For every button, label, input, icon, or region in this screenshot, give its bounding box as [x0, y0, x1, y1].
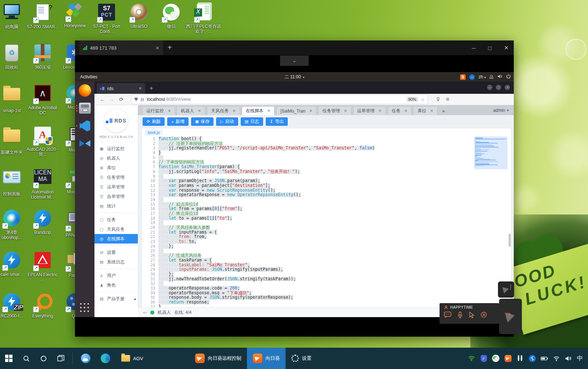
close-tab-icon[interactable]: ✕ — [430, 109, 433, 113]
activities-button[interactable]: Activities — [75, 74, 97, 79]
wifi-icon[interactable] — [468, 355, 475, 362]
network-icon[interactable]: 品 — [490, 74, 494, 80]
minimize-button[interactable]: ─ — [472, 45, 476, 51]
close-button[interactable]: ✕ — [504, 45, 509, 51]
battery-icon[interactable] — [541, 355, 548, 362]
window-buttons[interactable]: ─□✕ — [487, 85, 510, 90]
desktop-icon-6[interactable]: X↗西门子PLC寄存器双字、... — [186, 3, 221, 34]
sidebar-item-机器人[interactable]: ◎机器人 — [94, 153, 138, 163]
sidebar-item-系统日志[interactable]: ▤系统日志 — [94, 257, 138, 267]
sunlogin-mini-panel[interactable] — [498, 281, 514, 298]
pocket-icon[interactable]: ⊽ — [433, 96, 443, 102]
collapse-status-icon[interactable]: ⇐ — [143, 310, 147, 315]
cortana-button[interactable] — [35, 348, 52, 369]
rds-tab-任务[interactable]: 任务✕ — [388, 106, 412, 115]
desktop-icon-19[interactable]: ↗第4章 oboshop... — [0, 209, 28, 240]
rds-tab-[SaiMo_Tran[interactable]: [SaiMo_Tran✕ — [276, 106, 316, 115]
desktop-icon-22[interactable]: ↗cale.smar... — [0, 251, 28, 277]
close-tab-icon[interactable]: ✕ — [344, 109, 347, 113]
edge-button[interactable] — [96, 348, 115, 369]
desktop-icon-1[interactable]: ?↗S7-200 SMAR... — [26, 3, 59, 29]
desktop-icon-16[interactable]: 控制面板 — [0, 167, 28, 196]
sidebar-item-用户[interactable]: ♙用户 — [94, 271, 138, 280]
code-editor[interactable]: boot.js 1function boot() {2····// 注册下单按钮… — [141, 128, 512, 308]
keyboard-layout-indicator[interactable]: zh ▾ — [478, 74, 486, 79]
user-menu[interactable]: admin ▾ — [493, 105, 509, 115]
teamviewer-icon[interactable]: ⇔ — [469, 74, 475, 80]
close-tab-icon[interactable]: ✕ — [404, 109, 408, 113]
speaker-icon[interactable] — [565, 355, 572, 362]
desktop-icon-2[interactable]: ↗Honeyview — [59, 3, 91, 28]
rds-tab-运行监控[interactable]: 运行监控✕ — [142, 106, 175, 115]
desktop-icon-13[interactable]: 新建文件夹 — [0, 125, 28, 155]
desktop-icon-10[interactable]: smap-1st — [0, 84, 28, 113]
sidebar-item-合单管理[interactable]: ☰合单管理 — [94, 192, 138, 201]
bookmark-star-icon[interactable]: ☆ — [421, 97, 425, 102]
sidebar-item-在线脚本[interactable]: ◎在线脚本 — [94, 234, 138, 244]
reload-button[interactable]: ⟳ — [116, 96, 126, 102]
sidebar-item-任务管理[interactable]: ☰任务管理 — [94, 173, 138, 182]
dock-item-firefox[interactable] — [75, 82, 94, 99]
close-tab-icon[interactable]: ✕ — [379, 109, 382, 113]
sidebar-item-天风任务[interactable]: ▢天风任务 — [94, 224, 138, 234]
start-button[interactable] — [0, 348, 18, 369]
power-icon[interactable] — [506, 74, 511, 80]
zoom-level-chip[interactable]: 90% — [406, 97, 418, 102]
chat-icon[interactable] — [444, 312, 451, 320]
forward-button[interactable]: → — [107, 96, 116, 102]
sidebar-item-运单管理[interactable]: ☰运单管理 — [94, 182, 138, 192]
volume-icon[interactable] — [497, 74, 502, 80]
remote-session-tab[interactable]: 469 171 783 ✕ — [79, 40, 163, 55]
sidebar-item-统计[interactable]: ▤统计 — [94, 201, 138, 211]
wechat-icon[interactable] — [492, 355, 499, 362]
sidebar-item-任务[interactable]: ▢任务 — [94, 215, 138, 224]
show-applications-button[interactable] — [80, 303, 90, 313]
mic-icon[interactable] — [458, 312, 463, 320]
cursor-icon[interactable] — [469, 312, 474, 320]
shield-icon[interactable]: ✓ — [480, 355, 487, 362]
rds-tab-运单管理[interactable]: 运单管理✕ — [353, 106, 386, 115]
firefox-tab-rds[interactable]: rds ✕ — [97, 83, 145, 94]
rds-tab-在线脚本[interactable]: 在线脚本✕ — [242, 106, 275, 115]
sunlogin-float-ball[interactable] — [565, 39, 587, 60]
rds-tab-天风任务[interactable]: 天风任务✕ — [207, 106, 240, 115]
maximize-button[interactable]: □ — [488, 45, 491, 51]
dock-item-vscode[interactable] — [75, 117, 94, 135]
collapse-sidebar-icon[interactable]: ◂ — [134, 297, 136, 301]
desktop-icon-17[interactable]: LICENMA↗Automation License M... — [26, 167, 59, 200]
desktop-icon-0[interactable]: 此电脑 — [0, 3, 28, 29]
bluetooth-icon[interactable] — [528, 355, 536, 362]
toolbar-button-新增[interactable]: +新增 — [167, 117, 188, 126]
toolbar-button-日志[interactable]: ▤日志 — [241, 117, 263, 126]
menu-icon[interactable]: ≡ — [443, 96, 452, 103]
rds-tab-库位[interactable]: 库位✕ — [413, 106, 437, 115]
ime-indicator[interactable]: 中 — [577, 355, 583, 362]
url-bar[interactable]: ⛊ ▤ localhost:8080/#/view 90% ☆ — [131, 95, 428, 104]
sidebar-item-库位[interactable]: ⊞库位 — [94, 163, 138, 173]
task-view-button[interactable] — [52, 348, 69, 369]
dock-item-files[interactable] — [75, 99, 94, 117]
close-tab-icon[interactable]: ✕ — [309, 109, 312, 113]
taskbar-folder-agv[interactable]: AGV — [115, 348, 149, 369]
file-tab-bootjs[interactable]: boot.js — [145, 129, 162, 135]
close-tab-icon[interactable]: ✕ — [198, 109, 201, 113]
desktop-icon-14[interactable]: A↗AutoCAD 2020 - 简... — [26, 125, 59, 157]
close-session-icon[interactable]: ✕ — [155, 45, 159, 51]
close-tab-icon[interactable]: ✕ — [232, 109, 236, 113]
shield-icon[interactable]: ⛊ — [135, 97, 138, 102]
sogou-input-icon[interactable]: S — [460, 74, 466, 80]
desktop-icon-11[interactable]: ∧↗Adobe Acrobat DC — [26, 84, 59, 116]
cellular-icon[interactable] — [553, 355, 560, 362]
back-button[interactable]: ← — [97, 96, 107, 102]
sunlogin-tray-icon[interactable] — [504, 355, 512, 362]
qqbrowser-button[interactable] — [76, 348, 96, 369]
code-minimap[interactable] — [474, 136, 508, 169]
toolbar-button-刷新[interactable]: ⟳刷新 — [143, 117, 165, 126]
close-icon[interactable] — [481, 312, 487, 320]
dock-item-bluediamond[interactable] — [75, 135, 94, 152]
search-button[interactable] — [18, 348, 35, 369]
toolbar-button-保存[interactable]: ▣保存 — [191, 117, 214, 126]
desktop-icon-26[interactable]: ↗Everything — [26, 292, 59, 319]
toolbar-button-导出[interactable]: ↧导出 — [266, 117, 288, 126]
panel-collapse-chevron[interactable]: » — [507, 310, 510, 317]
